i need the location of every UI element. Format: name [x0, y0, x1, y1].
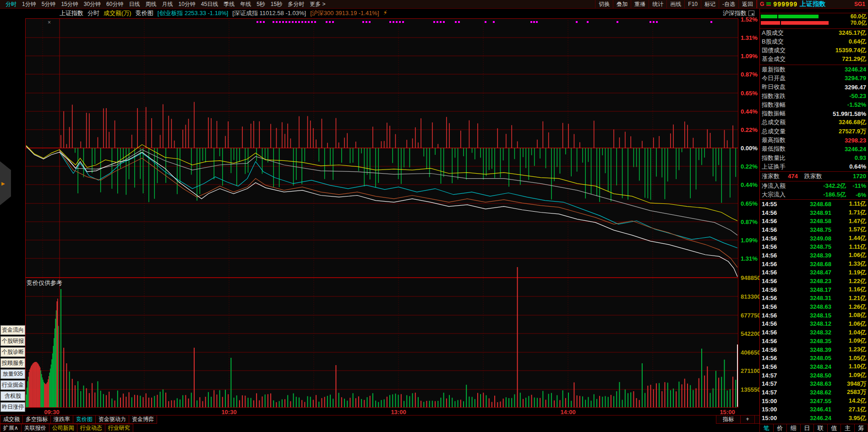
event-marker-dot — [493, 21, 495, 23]
event-marker-dot — [326, 21, 328, 23]
period-item[interactable]: 1分钟 — [19, 0, 39, 8]
event-marker-dot — [369, 21, 371, 23]
event-marker-dot — [276, 21, 278, 23]
period-item[interactable]: 月线 — [159, 0, 175, 8]
bottom-tab[interactable]: 成交额 — [0, 415, 23, 424]
info-value: 27527.9万 — [839, 127, 866, 136]
sidebar-button[interactable]: 资金流向 — [0, 325, 25, 335]
tool-button[interactable]: 切换 — [595, 0, 613, 8]
symbol-header: G 999999 上证指数 SG1 — [757, 0, 868, 8]
bottom-info-tab[interactable]: 扩展∧ — [0, 424, 22, 432]
tick-row: 15:003247.5514.2亿 — [760, 397, 868, 405]
panel-tab[interactable]: 日 — [801, 424, 814, 432]
period-item[interactable]: 更多 > — [307, 0, 328, 8]
panel-tab[interactable]: 主 — [841, 424, 855, 432]
zoom-in-button[interactable]: + — [741, 415, 755, 424]
tool-button[interactable]: 重播 — [631, 0, 649, 8]
volume-tick-label: 677750 — [741, 312, 760, 319]
pct-tick-label: 1.09% — [741, 237, 758, 244]
sidebar-button[interactable]: 含权股 — [0, 391, 25, 401]
tick-list[interactable]: 14:553248.681.11亿14:563248.911.71亿14:563… — [760, 200, 868, 423]
period-item[interactable]: 分时 — [3, 0, 19, 8]
panel-tab[interactable]: 价 — [774, 424, 787, 432]
panel-tab[interactable]: 值 — [828, 424, 841, 432]
indicator-button[interactable]: 指标 — [716, 415, 741, 424]
bottom-tab[interactable]: 资金驱动力 — [96, 415, 129, 424]
tick-row: 14:573248.501.09亿 — [760, 371, 868, 380]
bottom-tab[interactable]: 涨跌率 — [51, 415, 73, 424]
event-marker-dot — [332, 21, 334, 23]
sell-strength-value: 70.0亿 — [851, 20, 867, 26]
advancers-decliners-row: 涨家数 474 跌家数 1720 — [760, 171, 868, 180]
sidebar-button[interactable]: 投顾服务 — [0, 358, 25, 368]
period-item[interactable]: 10分钟 — [175, 0, 198, 8]
period-item[interactable]: 45日线 — [198, 0, 221, 8]
chart-header-part: [沪深300 3913.19 -1.41%] — [310, 9, 379, 17]
bottom-tab[interactable]: 资金博弈 — [129, 415, 157, 424]
info-label: 上证换手 — [762, 163, 786, 171]
panel-tab[interactable]: 细 — [787, 424, 801, 432]
tool-button[interactable]: -自选 — [719, 0, 739, 8]
advancers-count: 474 — [788, 173, 798, 180]
event-marker-dot — [289, 21, 290, 23]
chart-title-parts: 上证指数分时成交额(万)竞价图[创业板指 2253.33 -1.18%][深证成… — [0, 9, 392, 17]
sidebar-expand-handle[interactable]: ▶ — [0, 161, 11, 205]
tick-row: 14:563249.081.44亿 — [760, 234, 868, 243]
panel-tab[interactable]: 联 — [814, 424, 828, 432]
flow-row: 大宗流入-186.5亿-6% — [760, 191, 868, 200]
period-item[interactable]: 多分时 — [285, 0, 307, 8]
info-value: 3294.79 — [845, 75, 866, 82]
sidebar-button[interactable]: 放量935 — [0, 369, 25, 379]
period-item[interactable]: 15秒 — [268, 0, 285, 8]
bottom-info-tab[interactable]: 公司新闻 — [49, 424, 77, 432]
tool-button[interactable]: 叠加 — [613, 0, 631, 8]
pct-tick-label: 0.22% — [741, 126, 758, 133]
tool-button[interactable]: 标记 — [701, 0, 719, 8]
bottom-tab[interactable]: 多空指标 — [23, 415, 51, 424]
tick-row: 14:563248.391.06亿 — [760, 251, 868, 260]
event-marker-dot — [301, 21, 303, 23]
sidebar-button[interactable]: 个股诊断 — [0, 347, 25, 357]
tool-button[interactable]: 画线 — [667, 0, 685, 8]
tool-button[interactable]: F10 — [685, 0, 701, 8]
advancers-label: 涨家数 — [762, 172, 780, 180]
period-item[interactable]: 周线 — [142, 0, 159, 8]
list-icon[interactable] — [766, 2, 771, 6]
event-marker-dot — [485, 21, 486, 23]
info-label: 最低指数 — [762, 145, 786, 153]
close-icon[interactable]: × — [48, 19, 51, 26]
period-item[interactable]: 5分钟 — [39, 0, 59, 8]
event-marker-dot — [536, 21, 538, 23]
window-icon[interactable] — [748, 11, 754, 16]
event-marker-dot — [576, 21, 578, 23]
info-label: 今日开盘 — [762, 74, 786, 82]
period-item[interactable]: 5秒 — [254, 0, 268, 8]
arrow-right-icon: ▶ — [0, 181, 5, 186]
info-row: 指数量比0.93 — [760, 153, 868, 162]
period-item[interactable]: 季线 — [221, 0, 237, 8]
bottom-info-tab[interactable]: 行业动态 — [77, 424, 105, 432]
event-marker-dot — [298, 21, 300, 23]
sidebar-button[interactable]: 个股研报 — [0, 336, 25, 346]
period-item[interactable]: 年线 — [237, 0, 254, 8]
intraday-chart[interactable] — [25, 18, 738, 408]
event-marker-dot — [396, 21, 398, 23]
panel-tab[interactable]: 筹 — [855, 424, 868, 432]
bottom-info-tab[interactable]: 关联报价 — [22, 424, 49, 432]
panel-tab[interactable]: 笔 — [759, 424, 774, 432]
pct-tick-label: 1.09% — [741, 53, 758, 60]
volume-tick-label: 135550 — [741, 386, 760, 393]
bottom-info-tab[interactable]: 行业研究 — [105, 424, 133, 432]
market-turnover-section: A股成交3245.17亿B股成交0.64亿国债成交15359.74亿基金成交72… — [760, 28, 868, 63]
period-item[interactable]: 日线 — [126, 0, 142, 8]
period-item[interactable]: 30分钟 — [81, 0, 104, 8]
bottom-tab[interactable]: 竞价图 — [73, 415, 96, 424]
tool-button[interactable]: 返回 — [739, 0, 757, 8]
sidebar-button[interactable]: 行业掘金 — [0, 380, 25, 390]
period-item[interactable]: 15分钟 — [58, 0, 81, 8]
event-marker-dot — [653, 21, 655, 23]
period-item[interactable]: 60分钟 — [104, 0, 126, 8]
tool-button[interactable]: 统计 — [649, 0, 667, 8]
sidebar-button[interactable]: 昨日涨停 — [0, 402, 25, 412]
info-row: 指数涨跌-50.23 — [760, 92, 868, 100]
